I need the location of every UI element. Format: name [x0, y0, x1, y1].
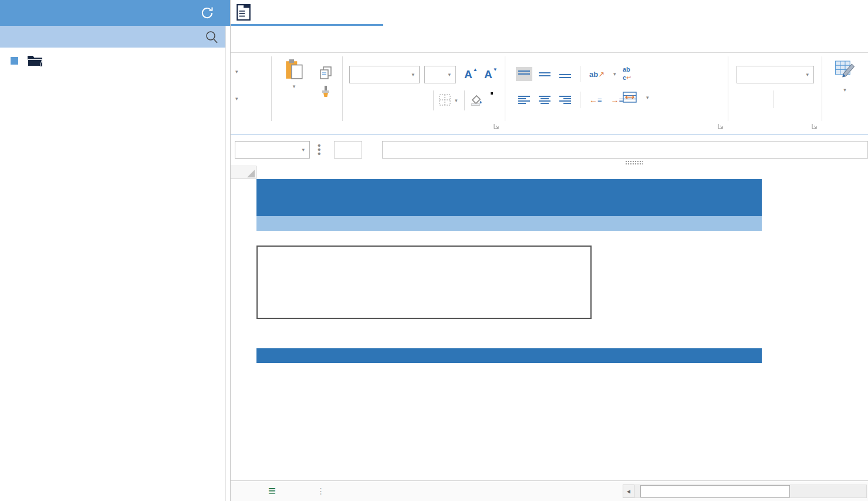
ribbon-tab-bar — [231, 26, 868, 53]
table-header-row — [256, 348, 762, 363]
sheet-file-icon — [237, 4, 251, 21]
grow-font-button[interactable]: A▲ — [464, 68, 472, 81]
formula-bar: ▾ ••• — [231, 135, 868, 166]
undo-dropdown-icon[interactable]: ▾ — [235, 69, 238, 75]
horizontal-scrollbar[interactable]: ◄ — [623, 485, 867, 498]
align-center-button[interactable] — [539, 95, 550, 105]
font-size-select[interactable]: ▾ — [424, 66, 456, 83]
sidebar-header — [0, 0, 230, 26]
header-group[interactable] — [256, 348, 428, 363]
increase-indent-icon[interactable]: →≡ — [611, 95, 624, 105]
wrap-text-button[interactable]: abc↵ — [623, 65, 636, 80]
decrease-indent-icon[interactable]: ←≡ — [589, 95, 602, 105]
align-bottom-button[interactable] — [559, 69, 571, 79]
wrap-text-icon: abc↵ — [623, 65, 631, 80]
formula-bar-handle-icon[interactable]: ••• — [318, 143, 321, 156]
numbers-dialog-launcher-icon[interactable] — [812, 123, 818, 129]
refresh-icon[interactable] — [200, 5, 215, 21]
merge-center-icon — [623, 92, 637, 103]
align-right-button[interactable] — [559, 95, 571, 105]
borders-icon[interactable] — [439, 94, 451, 106]
header-group-name[interactable] — [428, 348, 592, 363]
formula-input[interactable] — [382, 141, 868, 159]
tree-folder-financial-reports[interactable] — [0, 52, 226, 70]
undo-button[interactable]: ▾ — [235, 62, 238, 76]
copy-icon[interactable] — [320, 66, 332, 79]
paste-button[interactable]: ▾ — [281, 59, 307, 89]
formula-buttons — [334, 141, 362, 159]
search-icon[interactable] — [205, 30, 219, 44]
cell-styles-dropdown-icon[interactable]: ▾ — [822, 87, 868, 93]
paste-icon — [285, 59, 303, 80]
scrollbar-track[interactable] — [634, 485, 867, 498]
formula-bar-splitter[interactable] — [625, 160, 643, 164]
paste-dropdown-icon[interactable]: ▾ — [281, 83, 307, 89]
scroll-left-icon[interactable]: ◄ — [623, 485, 634, 498]
workbooks-tree — [0, 52, 226, 70]
align-top-button[interactable] — [518, 69, 530, 79]
orientation-dropdown-icon[interactable]: ▾ — [613, 71, 616, 77]
number-format-select[interactable]: ▾ — [737, 66, 814, 83]
font-name-select[interactable]: ▾ — [349, 66, 420, 83]
header-ledger-posting[interactable] — [592, 348, 762, 363]
name-box[interactable]: ▾ — [235, 141, 310, 159]
sidebar-scrollbar[interactable] — [225, 26, 230, 501]
spreadsheet-grid — [231, 166, 868, 480]
borders-dropdown-icon[interactable]: ▾ — [455, 97, 458, 103]
company-info-box — [256, 246, 592, 319]
orientation-icon[interactable]: ab↗ — [589, 69, 604, 79]
select-all-corner[interactable] — [231, 166, 256, 179]
redo-button[interactable]: ▾ — [235, 89, 238, 103]
shrink-font-button[interactable]: A▼ — [484, 68, 492, 81]
main-area: ▾ ▾ ▾ — [231, 0, 868, 501]
cell-report-subtitle[interactable] — [256, 216, 762, 231]
name-box-dropdown-icon[interactable]: ▾ — [302, 147, 305, 153]
collapse-toggle-icon[interactable] — [11, 57, 18, 65]
sheet-list-menu-icon[interactable]: ≡ — [262, 485, 282, 497]
align-left-button[interactable] — [518, 95, 530, 105]
font-name-dropdown-icon[interactable]: ▾ — [411, 72, 414, 78]
ribbon: ▾ ▾ ▾ — [231, 53, 868, 135]
document-tab-bar — [231, 0, 868, 26]
fill-color-icon[interactable] — [470, 93, 483, 106]
font-size-dropdown-icon[interactable]: ▾ — [448, 72, 451, 78]
merge-center-button[interactable]: ▾ — [623, 92, 649, 103]
scrollbar-thumb[interactable] — [640, 485, 790, 497]
align-middle-button[interactable] — [539, 69, 550, 79]
format-painter-icon[interactable] — [320, 86, 332, 97]
merge-center-dropdown-icon[interactable]: ▾ — [646, 95, 649, 100]
search-bar[interactable] — [0, 26, 226, 48]
cell-styles-icon — [835, 60, 856, 80]
cell-styles-button[interactable]: ▾ — [822, 53, 868, 122]
number-format-dropdown-icon[interactable]: ▾ — [806, 72, 809, 78]
fonts-dialog-launcher-icon[interactable] — [494, 123, 499, 129]
sheetbar-options-icon[interactable]: ⋮ — [317, 486, 325, 496]
folder-icon — [27, 55, 43, 67]
document-tab-balance-sheet[interactable] — [231, 0, 383, 24]
cell-section-assets[interactable] — [428, 378, 592, 392]
sidebar — [0, 0, 231, 501]
alignment-dialog-launcher-icon[interactable] — [718, 123, 724, 129]
font-color-button[interactable] — [491, 92, 493, 95]
app: ▾ ▾ ▾ — [0, 0, 868, 501]
redo-dropdown-icon[interactable]: ▾ — [235, 96, 238, 102]
sheet-tab-bar: ≡ ⋮ ◄ — [231, 480, 868, 501]
cell-report-title[interactable] — [256, 179, 762, 216]
